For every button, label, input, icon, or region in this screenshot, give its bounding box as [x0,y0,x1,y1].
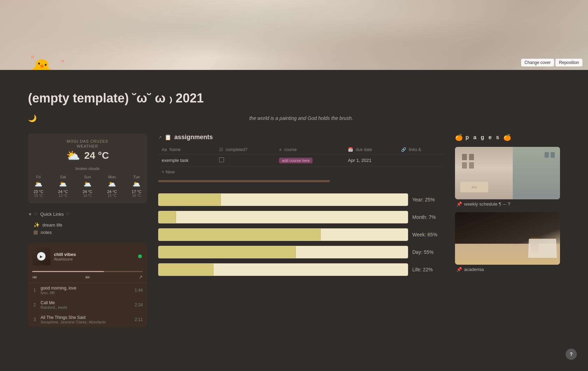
calendar-icon: 📅 [348,147,353,152]
quick-link-notes[interactable]: notes [28,229,147,236]
day-high: 24 °C [83,190,92,194]
coffee-scene [455,212,560,265]
street-scene: float [455,147,560,199]
expand-icon[interactable]: ↗ [158,135,162,140]
quick-links-toggle[interactable]: ▼ ♡ Quick Links ♡ [28,210,147,218]
page-card-title-1: weekly schedule ¶ ·-· ? [464,201,510,207]
track-duration: 2:11 [135,317,143,322]
day-icon: 🌥️ [59,180,67,188]
add-new-button[interactable]: + New [158,166,444,177]
weather-days: Fri 🌥️ 23 °C 15 °C Sat 🌥️ 24 °C 13 °C [34,175,141,198]
moon-icon: 🌙 [28,114,37,122]
track-duration: 2:24 [135,302,143,307]
day-low: 14 °C [83,194,92,198]
progress-bar-year [158,193,408,206]
album-art: 🎵 ▶ [32,247,50,265]
course-tag: add course here [279,158,313,163]
page-card-weekly[interactable]: float 📌 weekly schedule ¶ ·-· ? [455,147,560,207]
square-icon [34,230,38,235]
track-number: 2 [32,302,37,307]
progress-year: Year: 25% [158,193,444,206]
quick-link-dream-life[interactable]: ✨ dream life [28,221,147,229]
change-cover-button[interactable]: Change cover [521,59,554,66]
task-course-cell[interactable]: add course here [275,155,344,166]
progress-bar-week [158,228,408,241]
page-icon-area: 🐣 [28,59,54,70]
music-top-area: 🎵 ▶ chill vibes Akakitsune ⏺ [28,243,147,270]
progress-label-year: Year: 25% [412,197,444,202]
heart-icon: ♡ [34,212,38,217]
assignments-table: Aa Name ☑ completed? ≡ course [158,145,444,166]
day-name: Sun [84,175,91,179]
cover-buttons: Change cover Reposition [521,59,582,66]
share-button[interactable]: ↗ [139,274,143,280]
table-scrollbar[interactable] [158,180,444,182]
weather-description: broken clouds [34,166,141,171]
checkbox[interactable] [219,157,224,162]
text-icon: Aa [162,147,167,152]
play-button[interactable]: ▶ [37,252,46,261]
track-item[interactable]: 1 good morning, love tysu, tiffi 1:44 [28,283,147,298]
page-card-image-2 [455,212,560,265]
progress-fill-year [159,194,221,206]
quote-text: the world is a painting and God holds th… [42,115,560,121]
toggle-arrow-icon: ▼ [28,212,32,217]
music-artist: Akakitsune [54,257,134,261]
weather-day-mon: Mon 🌥️ 24 °C 15 °C [107,175,117,198]
progress-fill-week [159,229,321,241]
building-left: float [455,147,513,199]
quick-links-title: ♡ Quick Links ♡ [34,212,70,217]
three-column-layout: MOGI DAS CRUZES WEATHER ⛅ 24 °C broken c… [28,134,560,327]
track-name: Call Me [41,300,131,305]
next-button[interactable]: ⏭ [85,274,90,280]
progress-fill-life [159,264,214,276]
progress-day: Day: 55% [158,246,444,258]
task-completed-cell[interactable] [216,155,275,166]
prev-button[interactable]: ⏮ [32,274,37,280]
music-info: chill vibes Akakitsune [54,252,134,261]
weather-subtitle: WEATHER [34,144,141,148]
music-progress-bg[interactable] [32,271,143,272]
weather-day-tue: Tue 🌥️ 17 °C 16 °C [132,175,141,198]
track-item[interactable]: 2 Call Me Rainlord., keshi 2:24 [28,298,147,312]
page-content: (empty template) ˘ω˘ ω ₎ 2021 🌙 the worl… [0,70,588,371]
day-icon: 🌥️ [84,180,91,188]
help-button[interactable]: ? [566,349,577,360]
quick-link-label: notes [41,230,52,235]
reposition-button[interactable]: Reposition [555,59,582,66]
task-name-cell[interactable]: exemple task [158,155,216,166]
music-ctrl-row: ⏮ ⏭ ↗ [32,274,143,280]
weather-temp-main: 24 °C [84,150,109,161]
cover-image: ✿ ✿ 🐣 Change cover Reposition [0,0,588,70]
check-icon: ☑ [219,147,223,152]
progress-week: Week: 65% [158,228,444,241]
day-name: Mon [108,175,115,179]
music-controls: ⏮ ⏭ ↗ [28,270,147,283]
assignments-icon: 📋 [164,134,172,141]
page-card-academia[interactable]: 📌 academia [455,212,560,272]
task-links-cell[interactable] [398,155,444,166]
page-card-label-1: 📌 weekly schedule ¶ ·-· ? [455,201,560,207]
track-info: All The Things She Said Seraphine, Jasmi… [41,315,131,324]
progress-fill-day [159,246,296,258]
music-progress-fill [32,271,104,272]
task-due-date-cell[interactable]: Apr 1, 2021 [344,155,398,166]
track-item[interactable]: 3 All The Things She Said Seraphine, Jas… [28,312,147,327]
day-name: Fri [36,175,41,179]
pages-icon-right: 🍊 [503,134,511,141]
col-name: Aa Name [158,145,216,155]
left-column: MOGI DAS CRUZES WEATHER ⛅ 24 °C broken c… [28,134,147,327]
table-row: exemple task add course here Apr 1, 2021 [158,155,444,166]
track-info: Call Me Rainlord., keshi [41,300,131,309]
assignments-section: ↗ 📋 assignments Aa Name ☑ c [158,134,444,182]
track-info: good morning, love tysu, tiffi [41,286,131,295]
day-name: Tue [133,175,140,179]
progress-fill-month [159,211,176,223]
weather-icon-main: ⛅ [66,149,80,162]
day-name: Sat [60,175,66,179]
track-number: 3 [32,317,37,322]
page-card-image-1: float [455,147,560,199]
play-overlay[interactable]: ▶ [32,247,50,265]
heart-icon-2: ♡ [66,212,70,217]
day-high: 17 °C [132,190,141,194]
